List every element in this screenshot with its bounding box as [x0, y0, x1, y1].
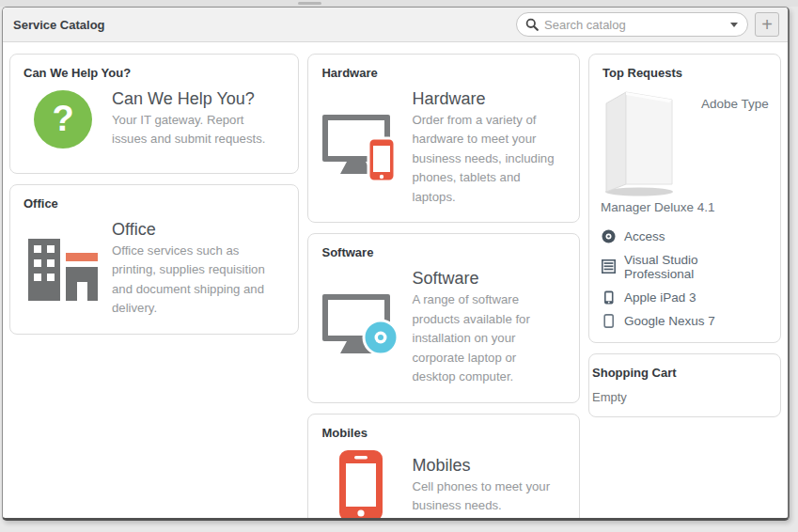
category-link-office[interactable]: Office [112, 220, 279, 240]
card-section-title: Hardware [308, 55, 579, 80]
card-section-title: Mobiles [308, 415, 579, 440]
top-request-label: Google Nexus 7 [624, 314, 715, 328]
category-card-hardware[interactable]: Hardware Hardware [307, 54, 580, 223]
shopping-cart-card: Shopping Cart Empty [588, 353, 781, 417]
office-building-icon [27, 237, 99, 301]
card-section-title: Can We Help You? [10, 55, 298, 80]
service-catalog-window: Service Catalog + Can We Help You? ? [2, 7, 790, 521]
search-input[interactable] [544, 18, 730, 32]
category-description: A range of software products available f… [412, 290, 560, 386]
category-description: Your IT gateway. Report issues and submi… [112, 111, 279, 149]
titlebar: Service Catalog + [3, 8, 788, 42]
card-section-title: Software [308, 234, 579, 259]
category-link-mobiles[interactable]: Mobiles [412, 456, 560, 476]
list-window-icon [602, 259, 616, 274]
top-request-featured-item[interactable]: Adobe Type Manager Deluxe 4.1 [600, 88, 770, 217]
hardware-monitor-phone-icon [321, 114, 402, 183]
page-title: Service Catalog [13, 18, 105, 32]
category-description: Order from a variety of hardware to meet… [412, 111, 560, 207]
chevron-down-icon[interactable] [730, 23, 738, 27]
category-link-software[interactable]: Software [412, 269, 560, 289]
top-request-item-apple-ipad[interactable]: Apple iPad 3 [600, 286, 770, 309]
help-question-icon: ? [34, 90, 92, 149]
shopping-cart-status: Empty [589, 380, 780, 416]
horizontal-scrollbar-track[interactable] [0, 0, 798, 7]
software-monitor-disc-icon [321, 293, 402, 363]
featured-title-line2: Manager Deluxe 4.1 [601, 199, 770, 217]
category-description: Cell phones to meet your business needs. [412, 477, 560, 516]
tablet-filled-icon [602, 290, 616, 305]
top-request-item-google-nexus[interactable]: Google Nexus 7 [600, 309, 770, 333]
top-requests-list: Access Visual Studio Professional [600, 225, 770, 333]
catalog-content: Can We Help You? ? Can We Help You? Your… [3, 42, 788, 521]
featured-title-line1: Adobe Type [701, 96, 769, 114]
top-requests-title: Top Requests [600, 55, 770, 80]
top-request-item-access[interactable]: Access [600, 225, 770, 248]
search-icon [525, 18, 539, 31]
card-section-title: Office [10, 185, 298, 211]
tablet-outline-icon [602, 314, 616, 328]
horizontal-scrollbar-thumb[interactable] [298, 2, 321, 5]
add-button[interactable]: + [755, 12, 779, 37]
column-left: Can We Help You? ? Can We Help You? Your… [9, 54, 299, 335]
category-card-office[interactable]: Office [9, 184, 299, 335]
top-request-label: Apple iPad 3 [624, 290, 696, 305]
top-request-item-visual-studio[interactable]: Visual Studio Professional [600, 248, 770, 286]
top-request-label: Access [624, 229, 665, 243]
category-card-can-we-help[interactable]: Can We Help You? ? Can We Help You? Your… [9, 54, 299, 174]
category-card-software[interactable]: Software Software [307, 233, 580, 402]
search-box[interactable] [516, 12, 748, 37]
mobile-phone-icon [338, 449, 385, 521]
top-request-label: Visual Studio Professional [624, 253, 768, 281]
column-right: Top Requests Adobe Type Manager Deluxe 4… [588, 54, 781, 417]
category-link-can-we-help[interactable]: Can We Help You? [112, 89, 279, 109]
category-card-mobiles[interactable]: Mobiles Mobiles Cell phones to meet your… [307, 414, 580, 521]
plus-icon: + [761, 16, 773, 33]
category-link-hardware[interactable]: Hardware [412, 89, 560, 109]
disc-icon [602, 229, 616, 243]
category-description: Office services such as printing, suppli… [112, 242, 279, 319]
column-middle: Hardware Hardware [307, 54, 580, 521]
shopping-cart-title: Shopping Cart [589, 354, 780, 380]
top-requests-card: Top Requests Adobe Type Manager Deluxe 4… [588, 54, 781, 343]
software-box-image [600, 88, 679, 197]
